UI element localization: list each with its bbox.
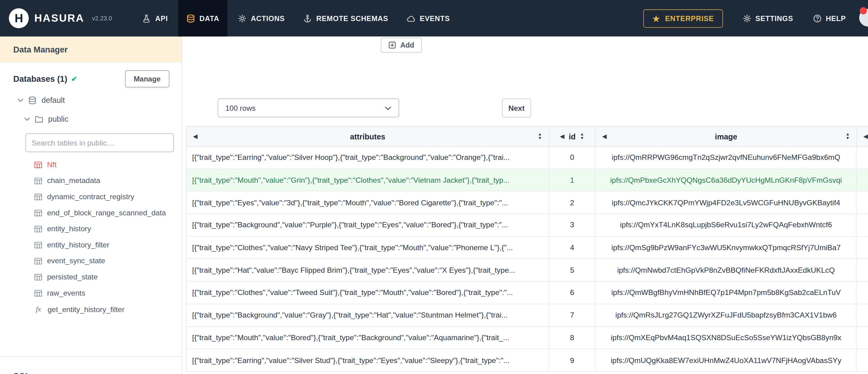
cell-partial[interactable] xyxy=(857,304,868,327)
tree-item-public-schema[interactable]: public xyxy=(0,110,182,128)
next-page-button[interactable]: Next xyxy=(502,98,531,118)
search-wrap xyxy=(0,128,182,157)
cell-id[interactable]: 4 xyxy=(549,237,595,259)
cell-attributes[interactable]: [{"trait_type":"Mouth","value":"Grin"},{… xyxy=(186,169,549,192)
sidebar-function-item[interactable]: fx get_entity_history_filter xyxy=(0,301,182,318)
sidebar-table-item[interactable]: entity_history_filter xyxy=(0,237,182,253)
database-cylinder-icon xyxy=(28,96,37,104)
sidebar-table-item[interactable]: event_sync_state xyxy=(0,253,182,269)
sidebar-table-item[interactable]: dynamic_contract_registry xyxy=(0,189,182,205)
table-row[interactable]: [{"trait_type":"Mouth","value":"Bored"},… xyxy=(186,327,868,349)
sort-icon[interactable]: ▲▼ xyxy=(846,133,850,140)
nav-item-events[interactable]: EVENTS xyxy=(399,0,458,37)
cell-partial[interactable] xyxy=(857,349,868,372)
table-row[interactable]: [{"trait_type":"Earring","value":"Silver… xyxy=(186,349,868,372)
cell-image[interactable]: ipfs://QmUQgKka8EW7exiUHnMwZ4UoXA11wV7NF… xyxy=(596,349,857,372)
cell-attributes[interactable]: [{"trait_type":"Earring","value":"Silver… xyxy=(186,349,549,372)
table-row[interactable]: [{"trait_type":"Hat","value":"Bayc Flipp… xyxy=(186,259,868,282)
brand-name: HASURA xyxy=(34,12,84,24)
brand[interactable]: H HASURA v2.23.0 xyxy=(9,8,112,28)
chevron-down-icon[interactable] xyxy=(24,117,30,121)
sidebar-table-item[interactable]: entity_history xyxy=(0,221,182,237)
collapse-column-icon[interactable]: ◀ xyxy=(560,134,564,139)
cell-image[interactable]: ipfs://QmPbxeGcXhYQQNgsC6a36dDyYUcHgMLnG… xyxy=(596,169,857,192)
cell-id[interactable]: 9 xyxy=(549,349,595,372)
table-name: dynamic_contract_registry xyxy=(47,192,134,201)
cell-id[interactable]: 5 xyxy=(549,259,595,282)
cell-partial[interactable] xyxy=(857,327,868,349)
sort-icon[interactable]: ▲▼ xyxy=(538,133,542,140)
cell-image[interactable]: ipfs://QmYxT4LnK8sqLupjbS6eRvu1si7Ly2wFQ… xyxy=(596,214,857,237)
collapse-column-icon[interactable]: ◀ xyxy=(864,134,868,139)
sidebar-table-item[interactable]: end_of_block_range_scanned_data xyxy=(0,205,182,221)
cell-image[interactable]: ipfs://QmRsJLrg27GQ1ZWyrXZFuJFdU5bapfzsy… xyxy=(596,304,857,327)
cell-id[interactable]: 8 xyxy=(549,327,595,349)
tree-item-default-database[interactable]: default xyxy=(0,91,182,110)
cell-image[interactable]: ipfs://QmWBgfBhyVmHNhBfEQ7p1P4Mpn7pm5b8K… xyxy=(596,282,857,304)
table-row[interactable]: [{"trait_type":"Background","value":"Gra… xyxy=(186,304,868,327)
cell-image[interactable]: ipfs://QmNwbd7ctEhGpVkP8nZvBBQfiNeFKRdxf… xyxy=(596,259,857,282)
chevron-down-icon[interactable] xyxy=(18,98,23,102)
collapse-column-icon[interactable]: ◀ xyxy=(193,134,197,139)
table-row[interactable]: [{"trait_type":"Background","value":"Pur… xyxy=(186,214,868,237)
column-header-partial[interactable]: ◀ xyxy=(857,127,868,147)
cell-image[interactable]: ipfs://QmcJYkCKK7QPmYWjp4FD2e3Lv5WCGFuHN… xyxy=(596,192,857,214)
table-grid-icon xyxy=(34,242,42,248)
cell-id[interactable]: 0 xyxy=(549,147,595,169)
collapse-column-icon[interactable]: ◀ xyxy=(602,134,607,139)
table-row[interactable]: [{"trait_type":"Mouth","value":"Grin"},{… xyxy=(186,169,868,192)
cell-attributes[interactable]: [{"trait_type":"Clothes","value":"Navy S… xyxy=(186,237,549,259)
cell-attributes[interactable]: [{"trait_type":"Background","value":"Pur… xyxy=(186,214,549,237)
cell-attributes[interactable]: [{"trait_type":"Earring","value":"Silver… xyxy=(186,147,549,169)
column-header-attributes[interactable]: ◀ attributes ▲▼ xyxy=(186,127,549,147)
settings-button[interactable]: SETTINGS xyxy=(743,14,793,22)
search-tables-input[interactable] xyxy=(25,133,174,152)
cell-id[interactable]: 3 xyxy=(549,214,595,237)
column-header-id[interactable]: ◀ id ▲▼ xyxy=(549,127,595,147)
table-row[interactable]: [{"trait_type":"Clothes","value":"Navy S… xyxy=(186,237,868,259)
sql-section-label[interactable]: SQL xyxy=(0,356,182,374)
cell-partial[interactable] xyxy=(857,259,868,282)
cell-id[interactable]: 7 xyxy=(549,304,595,327)
cell-partial[interactable] xyxy=(857,282,868,304)
nav-item-remote-schemas[interactable]: REMOTE SCHEMAS xyxy=(295,0,397,37)
table-grid-icon xyxy=(34,290,42,297)
nav-item-data[interactable]: DATA xyxy=(178,0,227,37)
cell-image[interactable]: ipfs://QmSg9bPzW9anFYc3wWU5KnvymwkxQTpmq… xyxy=(596,237,857,259)
rows-per-page-select[interactable]: 100 rows xyxy=(218,98,399,118)
cell-id[interactable]: 2 xyxy=(549,192,595,214)
anchor-icon xyxy=(304,14,312,22)
add-label: Add xyxy=(400,41,414,49)
add-row-button[interactable]: Add xyxy=(381,37,422,53)
cell-id[interactable]: 1 xyxy=(549,169,595,192)
cell-partial[interactable] xyxy=(857,237,868,259)
nav-item-actions[interactable]: ACTIONS xyxy=(230,0,293,37)
column-header-image[interactable]: ◀ image ▲▼ xyxy=(596,127,857,147)
cell-attributes[interactable]: [{"trait_type":"Mouth","value":"Bored"},… xyxy=(186,327,549,349)
cell-id[interactable]: 6 xyxy=(549,282,595,304)
cell-image[interactable]: ipfs://QmRRPWG96cmgTn2qSzjwr2qvfNEuhunv6… xyxy=(596,147,857,169)
help-button[interactable]: HELP xyxy=(813,14,846,22)
nav-item-api[interactable]: API xyxy=(134,0,177,37)
cell-attributes[interactable]: [{"trait_type":"Hat","value":"Bayc Flipp… xyxy=(186,259,549,282)
cell-partial[interactable] xyxy=(857,192,868,214)
cell-partial[interactable] xyxy=(857,214,868,237)
sidebar-table-item[interactable]: chain_metadata xyxy=(0,173,182,189)
table-row[interactable]: [{"trait_type":"Earring","value":"Silver… xyxy=(186,147,868,169)
cell-image[interactable]: ipfs://QmXEqPbvM4aq1SQSXN8DSuEcSo5SseYW1… xyxy=(596,327,857,349)
enterprise-button[interactable]: ★ ENTERPRISE xyxy=(643,9,722,27)
cell-attributes[interactable]: [{"trait_type":"Eyes","value":"3d"},{"tr… xyxy=(186,192,549,214)
table-row[interactable]: [{"trait_type":"Eyes","value":"3d"},{"tr… xyxy=(186,192,868,214)
cell-attributes[interactable]: [{"trait_type":"Background","value":"Gra… xyxy=(186,304,549,327)
manage-button[interactable]: Manage xyxy=(125,70,169,87)
data-manager-title: Data Manager xyxy=(0,37,182,63)
cell-attributes[interactable]: [{"trait_type":"Clothes","value":"Tweed … xyxy=(186,282,549,304)
table-grid-icon xyxy=(34,177,42,184)
cell-partial[interactable] xyxy=(857,169,868,192)
sidebar-table-item[interactable]: Nft xyxy=(0,156,182,173)
cell-partial[interactable] xyxy=(857,147,868,169)
table-row[interactable]: [{"trait_type":"Clothes","value":"Tweed … xyxy=(186,282,868,304)
sort-icon[interactable]: ▲▼ xyxy=(580,133,584,140)
sidebar-table-item[interactable]: persisted_state xyxy=(0,269,182,285)
sidebar-table-item[interactable]: raw_events xyxy=(0,285,182,301)
